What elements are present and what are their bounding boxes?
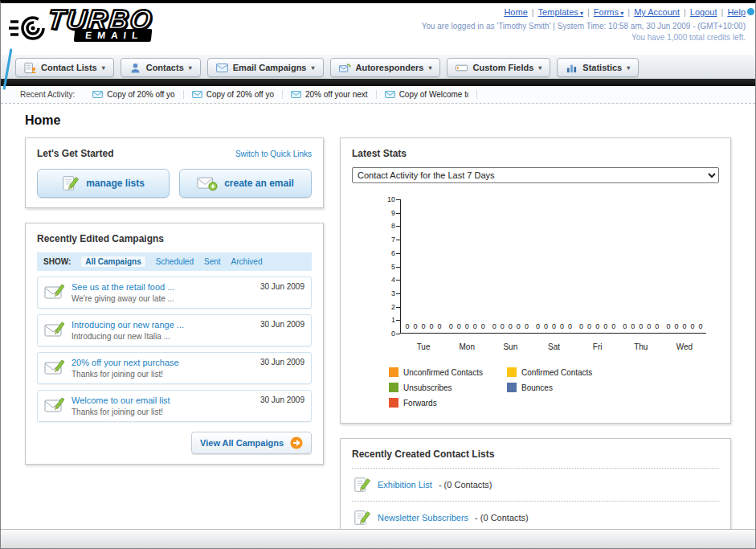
filter-scheduled[interactable]: Scheduled <box>156 257 194 266</box>
legend-label: Unsubscribes <box>403 383 452 392</box>
campaign-edit-icon <box>44 320 65 338</box>
campaign-title-link[interactable]: Welcome to our email list <box>72 395 254 405</box>
value-label: 0 <box>536 322 540 330</box>
top-link-logout[interactable]: Logout <box>690 7 717 17</box>
view-all-campaigns-button[interactable]: View All Campaigns <box>191 432 312 454</box>
arrow-circle-icon <box>290 436 303 449</box>
tab-label: Contact Lists <box>41 63 97 72</box>
value-label: 0 <box>481 322 485 330</box>
campaign-row[interactable]: Introducing our new range ...Introducing… <box>37 314 312 346</box>
page-title: Home <box>25 113 731 128</box>
tab-statistics[interactable]: Statistics▾ <box>557 58 639 77</box>
recent-activity-item[interactable]: Copy of 20% off yo <box>184 90 283 99</box>
legend-label: Bounces <box>521 383 553 392</box>
recent-activity-item[interactable]: 20% off your next <box>283 90 377 99</box>
legend-swatch <box>507 367 517 377</box>
y-axis-label: 4 <box>373 276 395 284</box>
recent-activity-item-label: Copy of 20% off yo <box>107 90 174 99</box>
campaign-title-link[interactable]: Introducing our new range ... <box>72 320 254 330</box>
y-axis-tick <box>396 334 400 334</box>
decoration-blue-dot <box>747 8 754 15</box>
app-logo[interactable]: TURBO EMAIL <box>9 6 153 45</box>
campaign-title-link[interactable]: 20% off your next purchase <box>72 358 254 367</box>
tab-contact-lists[interactable]: Contact Lists▾ <box>15 58 114 77</box>
legend-label: Forwards <box>403 399 437 408</box>
contact-list-count: - (0 Contacts) <box>439 480 492 490</box>
contact-list-name-link[interactable]: Newsletter Subscribers <box>378 513 468 522</box>
contact-list-row[interactable]: Exhibition List- (0 Contacts) <box>352 469 719 502</box>
campaign-date: 30 Jun 2009 <box>260 395 304 404</box>
top-link-home[interactable]: Home <box>504 7 527 17</box>
button-label: manage lists <box>86 178 145 189</box>
value-label: 0 <box>517 322 521 330</box>
value-label: 0 <box>422 322 426 330</box>
recent-activity-bar: Recent Activity: Copy of 20% off yoCopy … <box>1 86 755 104</box>
tab-autoresponders[interactable]: Autoresponders▾ <box>330 58 441 77</box>
filter-all-campaigns[interactable]: All Campaigns <box>81 256 145 267</box>
campaign-subtitle: Introducing our new Italia ... <box>72 332 254 341</box>
header-right: Home|Templates ▾|Forms ▾|My Account|Logo… <box>422 7 746 42</box>
top-link-my-account[interactable]: My Account <box>634 7 680 17</box>
tab-label: Autoresponders <box>356 63 424 72</box>
tab-custom-fields[interactable]: Custom Fields▾ <box>447 58 550 77</box>
manage-lists-button[interactable]: manage lists <box>37 169 170 198</box>
value-label-group: 00000 <box>532 322 575 330</box>
value-label: 0 <box>639 322 643 330</box>
y-axis-label: 8 <box>373 222 395 230</box>
y-axis-label: 9 <box>373 209 395 217</box>
envelope-icon <box>92 91 103 98</box>
y-axis-label: 2 <box>373 303 395 311</box>
legend-swatch <box>389 383 398 392</box>
x-axis-label: Sun <box>488 342 532 351</box>
value-label: 0 <box>430 322 434 330</box>
campaign-filterbar: SHOW: All CampaignsScheduledSentArchived <box>37 252 312 271</box>
value-label: 0 <box>690 322 694 330</box>
x-axis-label: Sat <box>532 342 575 351</box>
top-link-forms[interactable]: Forms ▾ <box>594 7 623 17</box>
y-axis-label: 0 <box>373 330 395 338</box>
envelope-icon <box>385 91 395 98</box>
contact-list-edit-icon <box>353 476 371 494</box>
recent-activity-item[interactable]: Copy of 20% off yo <box>84 90 183 99</box>
stats-range-select[interactable]: Contact Activity for the Last 7 Days <box>352 167 719 183</box>
value-label: 0 <box>525 322 529 330</box>
header: TURBO EMAIL Home|Templates ▾|Forms ▾|My … <box>1 3 755 55</box>
tab-label: Statistics <box>582 63 622 72</box>
value-label: 0 <box>552 322 556 330</box>
campaign-row[interactable]: Welcome to our email listThanks for join… <box>37 390 312 422</box>
create-an-email-button[interactable]: create an email <box>179 169 312 198</box>
y-axis-label: 10 <box>373 195 395 203</box>
top-link-help[interactable]: Help <box>727 7 746 17</box>
x-axis-labels: TueMonSunSatFriThuWed <box>402 342 706 351</box>
campaign-date: 30 Jun 2009 <box>260 358 304 367</box>
y-axis-label: 3 <box>373 289 395 297</box>
get-started-title: Let's Get Started <box>37 148 114 159</box>
tab-email-campaigns[interactable]: Email Campaigns▾ <box>207 58 324 77</box>
campaign-row[interactable]: See us at the retail food ...We're givin… <box>37 277 312 309</box>
contact-list-name-link[interactable]: Exhibition List <box>378 480 432 490</box>
legend-swatch <box>389 367 398 377</box>
contact-list-row[interactable]: Newsletter Subscribers- (0 Contacts) <box>352 502 719 529</box>
tab-contacts[interactable]: Contacts▾ <box>121 58 201 77</box>
campaign-row[interactable]: 20% off your next purchaseThanks for joi… <box>37 352 312 384</box>
right-column: Latest Stats Contact Activity for the La… <box>340 137 731 529</box>
tab-label: Email Campaigns <box>233 63 307 72</box>
recent-activity-item[interactable]: Copy of Welcome to <box>377 90 477 99</box>
tab-label: Custom Fields <box>472 63 533 72</box>
value-label: 0 <box>449 322 453 330</box>
campaign-subtitle: We're giving away our late ... <box>72 294 254 303</box>
x-axis-line <box>400 333 706 334</box>
filter-sent[interactable]: Sent <box>204 257 221 266</box>
chart-plot: 0123456789100000000000000000000000000000… <box>400 199 706 361</box>
switch-quick-links-link[interactable]: Switch to Quick Links <box>235 150 312 158</box>
filter-archived[interactable]: Archived <box>231 257 263 266</box>
main-content: Home Let's Get Started Switch to Quick L… <box>1 104 755 529</box>
top-link-templates[interactable]: Templates ▾ <box>538 7 583 17</box>
campaign-title-link[interactable]: See us at the retail food ... <box>72 282 254 292</box>
value-label-group: 00000 <box>445 322 488 330</box>
page: TURBO EMAIL Home|Templates ▾|Forms ▾|My … <box>0 0 756 549</box>
value-label: 0 <box>655 322 659 330</box>
envelope-icon <box>192 91 202 98</box>
nav-tabs: Contact Lists▾Contacts▾Email Campaigns▾A… <box>1 55 755 79</box>
statistics-icon <box>566 62 578 74</box>
